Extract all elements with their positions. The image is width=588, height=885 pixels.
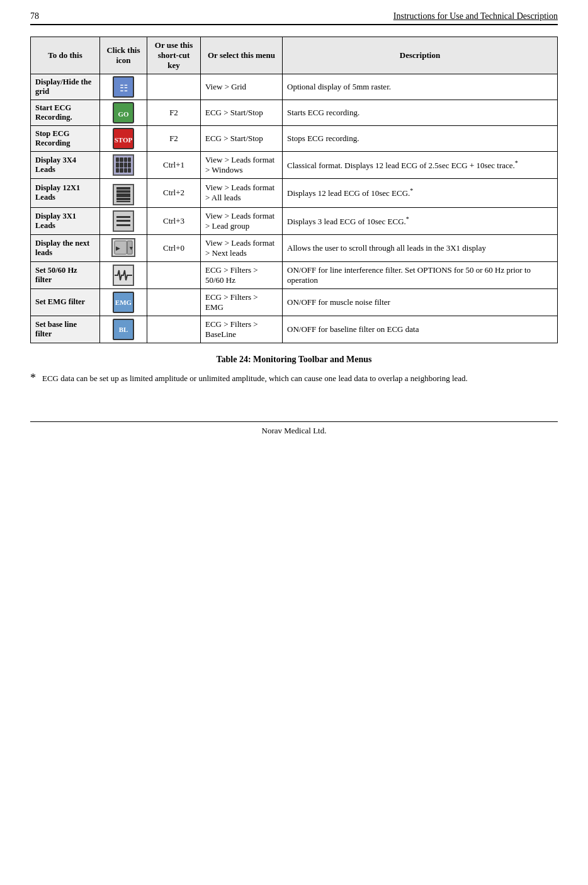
table-row-todo: Set 50/60 Hz filter [31, 261, 100, 288]
display-3x4-icon [113, 154, 134, 176]
col-header-icon: Click this icon [100, 37, 147, 74]
col-header-shortcut: Or use this short-cut key [147, 37, 201, 74]
table-row-menu: View > Leads format > Next leads [201, 234, 283, 261]
table-row-shortcut: Ctrl+2 [147, 179, 201, 208]
page-footer: Norav Medical Ltd. [30, 421, 558, 436]
table-row-icon-cell: EMG [100, 288, 147, 316]
table-row-description: ON/OFF for line interference filter. Set… [283, 261, 558, 288]
table-row-todo: Set EMG filter [31, 288, 100, 316]
page-title: Instructions for Use and Technical Descr… [393, 11, 558, 21]
footer-text: Norav Medical Ltd. [262, 426, 327, 435]
display-12x1-icon [113, 184, 134, 205]
table-row-icon-cell [100, 207, 147, 234]
table-row-menu: View > Leads format > Lead group [201, 207, 283, 234]
set-bl-icon: BL [113, 319, 134, 340]
table-row-description: ON/OFF for baseline filter on ECG data [283, 316, 558, 343]
table-row-icon-cell: ☷ [100, 74, 147, 100]
table-row-icon-cell: STOP [100, 126, 147, 152]
table-row-description: Classical format. Displays 12 lead ECG o… [283, 152, 558, 179]
table-row-icon-cell: GO [100, 100, 147, 126]
table-row-icon-cell [100, 152, 147, 179]
table-row-todo: Display/Hide the grid [31, 74, 100, 100]
table-row-menu: View > Leads format > Windows [201, 152, 283, 179]
svg-text:▼: ▼ [128, 245, 133, 251]
table-row-todo: Start ECG Recording. [31, 100, 100, 126]
table-row-menu: View > Leads format > All leads [201, 179, 283, 208]
table-row-todo: Display 12X1 Leads [31, 179, 100, 208]
footnote-star: * [30, 372, 36, 384]
table-row-menu: ECG > Filters > BaseLine [201, 316, 283, 343]
table-row-description: Starts ECG recording. [283, 100, 558, 126]
table-row-icon-cell: BL [100, 316, 147, 343]
table-row-description: Optional display of 5mm raster. [283, 74, 558, 100]
table-caption: Table 24: Monitoring Toolbar and Menus [30, 355, 558, 365]
table-row-description: Allows the user to scroll through all le… [283, 234, 558, 261]
page-number: 78 [30, 11, 39, 21]
table-row-todo: Display 3X4 Leads [31, 152, 100, 179]
table-row-icon-cell [100, 261, 147, 288]
table-row-shortcut: F2 [147, 100, 201, 126]
page: 78 Instructions for Use and Technical De… [0, 0, 588, 455]
table-row-description: Stops ECG recording. [283, 126, 558, 152]
table-row-todo: Display the next leads [31, 234, 100, 261]
svg-text:▶: ▶ [116, 245, 120, 251]
table-row-shortcut: Ctrl+1 [147, 152, 201, 179]
table-row-shortcut: F2 [147, 126, 201, 152]
table-row-todo: Display 3X1 Leads [31, 207, 100, 234]
table-row-shortcut: Ctrl+3 [147, 207, 201, 234]
table-row-icon-cell [100, 179, 147, 208]
table-row-shortcut: Ctrl+0 [147, 234, 201, 261]
table-row-shortcut [147, 288, 201, 316]
table-row-description: Displays 3 lead ECG of 10sec ECG.* [283, 207, 558, 234]
table-row-icon-cell: ▶ ▼ [100, 234, 147, 261]
col-header-todo: To do this [31, 37, 100, 74]
table-row-shortcut [147, 74, 201, 100]
start-ecg-icon: GO [113, 102, 134, 123]
col-header-desc: Description [283, 37, 558, 74]
stop-ecg-icon: STOP [113, 128, 134, 149]
table-row-menu: ECG > Start/Stop [201, 126, 283, 152]
display-3x1-icon [113, 210, 134, 232]
page-header: 78 Instructions for Use and Technical De… [30, 11, 558, 25]
display-next-icon: ▶ ▼ [111, 238, 135, 257]
table-row-shortcut [147, 261, 201, 288]
table-row-menu: View > Grid [201, 74, 283, 100]
table-row-description: Displays 12 lead ECG of 10sec ECG.* [283, 179, 558, 208]
display-hide-grid-icon: ☷ [113, 76, 134, 98]
table-row-todo: Stop ECG Recording [31, 126, 100, 152]
table-row-shortcut [147, 316, 201, 343]
table-row-description: ON/OFF for muscle noise filter [283, 288, 558, 316]
table-row-todo: Set base line filter [31, 316, 100, 343]
footnote: * ECG data can be set up as limited ampl… [30, 374, 558, 384]
table-row-menu: ECG > Filters > 50/60 Hz [201, 261, 283, 288]
set-emg-icon: EMG [113, 292, 134, 313]
set-50-60hz-icon [113, 265, 134, 286]
footnote-text: ECG data can be set up as limited amplit… [42, 374, 558, 384]
col-header-menu: Or select this menu [201, 37, 283, 74]
main-table: To do this Click this icon Or use this s… [30, 37, 558, 343]
table-row-menu: ECG > Start/Stop [201, 100, 283, 126]
table-row-menu: ECG > Filters > EMG [201, 288, 283, 316]
